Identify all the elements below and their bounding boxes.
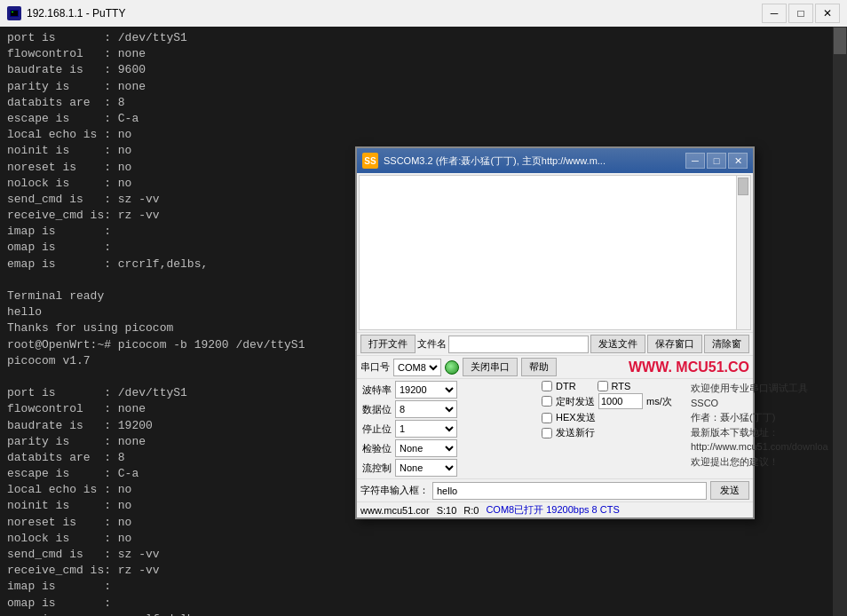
hex-send-row: HEX发送 — [542, 411, 684, 424]
website-status: www.mcu51.cor — [360, 505, 430, 516]
recv-count-status: R:0 — [463, 505, 479, 516]
sscom-serial-settings: 波特率 19200 数据位 8 停止位 1 检验位 None — [360, 381, 538, 477]
check-label: 检验位 — [360, 442, 392, 455]
sscom-icon: SS — [362, 153, 378, 169]
putty-minimize-button[interactable]: ─ — [762, 4, 787, 23]
dtr-label: DTR — [556, 381, 576, 391]
putty-titlebar: 192.168.1.1 - PuTTY ─ □ ✕ — [0, 0, 847, 27]
timer-value-input[interactable] — [598, 393, 643, 409]
sscom-checkboxes: DTR RTS 定时发送 ms/次 HEX发送 发送新行 — [542, 381, 684, 477]
char-text-input[interactable] — [432, 482, 707, 500]
sscom-info-text: 欢迎使用专业串口调试工具SSCO 作者：聂小猛(丁丁) 最新版本下载地址： ht… — [687, 381, 828, 477]
sscom-display-scrollbar[interactable] — [736, 176, 750, 329]
close-port-button[interactable]: 关闭串口 — [463, 358, 518, 376]
data-bits-row: 数据位 8 — [360, 400, 538, 418]
info-line2: 作者：聂小猛(丁丁) — [691, 410, 828, 425]
info-line4: http://www.mcu51.com/downloa — [691, 439, 828, 454]
send-count-status: S:10 — [437, 505, 457, 516]
stop-select[interactable]: 1 — [395, 420, 457, 438]
rts-checkbox[interactable] — [598, 381, 608, 391]
new-line-label: 发送新行 — [556, 426, 595, 439]
char-input-label: 字符串输入框： — [360, 484, 429, 497]
info-line3: 最新版本下载地址： — [691, 425, 828, 440]
sscom-close-button[interactable]: ✕ — [728, 153, 748, 169]
rts-label: RTS — [612, 381, 631, 391]
send-char-button[interactable]: 发送 — [710, 481, 749, 500]
sscom-titlebar: SS SSCOM3.2 (作者:聂小猛(丁丁), 主页http://www.m.… — [357, 148, 753, 173]
port-label: 串口号 — [360, 360, 390, 374]
stop-bits-row: 停止位 1 — [360, 420, 538, 438]
sscom-window: SS SSCOM3.2 (作者:聂小猛(丁丁), 主页http://www.m.… — [355, 146, 755, 519]
sscom-window-controls: ─ □ ✕ — [685, 153, 748, 169]
sscom-maximize-button[interactable]: □ — [707, 153, 726, 169]
sscom-display[interactable] — [359, 175, 751, 330]
putty-scrollbar-thumb — [834, 28, 846, 54]
info-line5: 欢迎提出您的建议！ — [691, 454, 828, 470]
save-window-button[interactable]: 保存窗口 — [647, 335, 702, 353]
sscom-toolbar-row2: 串口号 COM8 关闭串口 帮助 WWW. MCU51.CO — [357, 355, 753, 378]
baud-select[interactable]: 19200 — [395, 381, 457, 399]
putty-maximize-button[interactable]: □ — [788, 4, 813, 23]
new-line-row: 发送新行 — [542, 426, 684, 439]
port-select[interactable]: COM8 — [393, 359, 441, 376]
flow-label: 流控制 — [360, 462, 392, 475]
parity-row: 检验位 None — [360, 439, 538, 457]
sscom-settings: 波特率 19200 数据位 8 停止位 1 检验位 None — [357, 378, 753, 478]
info-line1: 欢迎使用专业串口调试工具SSCO — [691, 381, 828, 410]
timer-send-row: 定时发送 ms/次 — [542, 393, 684, 409]
flow-control-row: 流控制 None — [360, 459, 538, 477]
dtr-row: DTR RTS — [542, 381, 684, 391]
data-select[interactable]: 8 — [395, 400, 457, 418]
timer-unit: ms/次 — [646, 395, 672, 408]
sscom-toolbar-row1: 打开文件 文件名 发送文件 保存窗口 清除窗 — [357, 332, 753, 355]
sscom-display-scrollbar-thumb — [738, 178, 748, 195]
sscom-input-row: 字符串输入框： 发送 — [357, 478, 753, 501]
baud-rate-row: 波特率 19200 — [360, 381, 538, 399]
putty-window-controls: ─ □ ✕ — [762, 4, 840, 23]
hex-send-checkbox[interactable] — [542, 413, 552, 423]
stop-label: 停止位 — [360, 423, 392, 436]
port-status: COM8已打开 19200bps 8 CTS — [486, 503, 619, 517]
parity-select[interactable]: None — [395, 439, 457, 457]
connection-indicator — [445, 360, 459, 375]
brand-text: WWW. MCU51.CO — [629, 359, 749, 375]
hex-send-label: HEX发送 — [556, 411, 596, 424]
sscom-statusbar: www.mcu51.cor S:10 R:0 COM8已打开 19200bps … — [357, 501, 753, 517]
data-label: 数据位 — [360, 403, 392, 416]
sscom-minimize-button[interactable]: ─ — [685, 153, 705, 169]
dtr-checkbox[interactable] — [542, 381, 552, 391]
send-file-button[interactable]: 发送文件 — [590, 335, 645, 353]
baud-label: 波特率 — [360, 383, 392, 397]
file-name-label: 文件名 — [417, 337, 447, 351]
putty-icon — [7, 6, 21, 20]
clear-window-button[interactable]: 清除窗 — [704, 335, 749, 353]
putty-scrollbar[interactable] — [833, 27, 847, 616]
file-name-input[interactable] — [448, 336, 589, 353]
putty-close-button[interactable]: ✕ — [815, 4, 840, 23]
svg-rect-2 — [11, 11, 18, 16]
timer-send-label: 定时发送 — [556, 395, 595, 408]
putty-title: 192.168.1.1 - PuTTY — [27, 7, 762, 20]
open-file-button[interactable]: 打开文件 — [360, 335, 416, 353]
timer-send-checkbox[interactable] — [542, 396, 552, 407]
new-line-checkbox[interactable] — [542, 428, 552, 438]
sscom-title: SSCOM3.2 (作者:聂小猛(丁丁), 主页http://www.m... — [384, 154, 685, 168]
help-button[interactable]: 帮助 — [521, 358, 557, 376]
svg-rect-3 — [12, 12, 13, 12]
flow-select[interactable]: None — [395, 459, 457, 477]
